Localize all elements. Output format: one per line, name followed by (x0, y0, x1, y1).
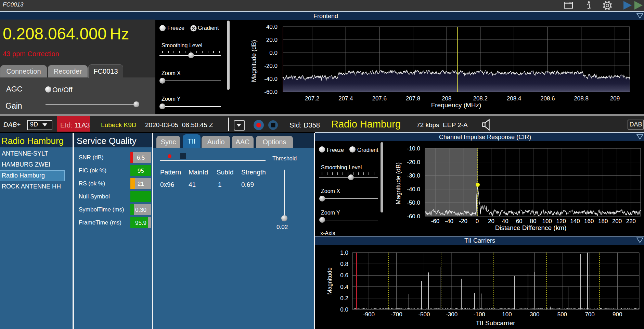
svg-text:0.2: 0.2 (340, 295, 348, 302)
svg-text:-900: -900 (363, 311, 375, 318)
svg-text:900: 900 (613, 311, 622, 318)
svg-text:Magnitude: Magnitude (326, 267, 333, 294)
svg-text:500: 500 (557, 311, 567, 318)
svg-text:300: 300 (530, 311, 539, 318)
svg-text:0.6: 0.6 (340, 272, 348, 279)
svg-text:1.0: 1.0 (340, 249, 348, 256)
svg-text:-700: -700 (391, 311, 402, 318)
svg-text:0.0: 0.0 (340, 306, 348, 313)
svg-text:-100: -100 (474, 311, 485, 318)
svg-text:-300: -300 (446, 311, 458, 318)
svg-text:100: 100 (502, 311, 512, 318)
svg-text:0.4: 0.4 (340, 284, 348, 290)
svg-text:-500: -500 (418, 311, 430, 318)
svg-text:TII Subcarrier: TII Subcarrier (476, 319, 515, 327)
svg-text:700: 700 (585, 311, 594, 318)
svg-text:0.8: 0.8 (340, 261, 348, 267)
